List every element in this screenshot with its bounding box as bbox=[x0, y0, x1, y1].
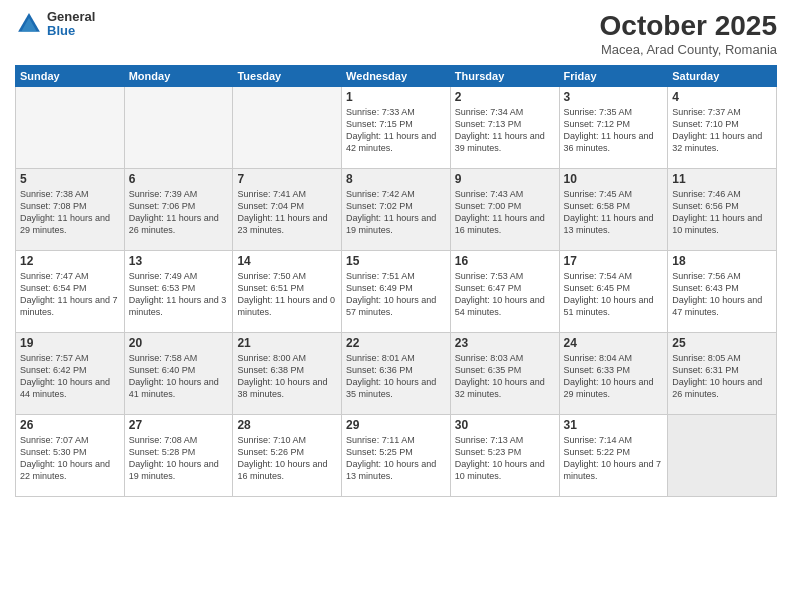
calendar-cell: 20Sunrise: 7:58 AM Sunset: 6:40 PM Dayli… bbox=[124, 333, 233, 415]
week-row-3: 19Sunrise: 7:57 AM Sunset: 6:42 PM Dayli… bbox=[16, 333, 777, 415]
calendar-cell: 29Sunrise: 7:11 AM Sunset: 5:25 PM Dayli… bbox=[342, 415, 451, 497]
calendar-cell: 10Sunrise: 7:45 AM Sunset: 6:58 PM Dayli… bbox=[559, 169, 668, 251]
calendar-cell: 15Sunrise: 7:51 AM Sunset: 6:49 PM Dayli… bbox=[342, 251, 451, 333]
day-info: Sunrise: 7:51 AM Sunset: 6:49 PM Dayligh… bbox=[346, 270, 446, 319]
day-number: 24 bbox=[564, 336, 664, 350]
subtitle: Macea, Arad County, Romania bbox=[600, 42, 777, 57]
week-row-4: 26Sunrise: 7:07 AM Sunset: 5:30 PM Dayli… bbox=[16, 415, 777, 497]
calendar-cell: 13Sunrise: 7:49 AM Sunset: 6:53 PM Dayli… bbox=[124, 251, 233, 333]
day-info: Sunrise: 7:10 AM Sunset: 5:26 PM Dayligh… bbox=[237, 434, 337, 483]
calendar-cell: 1Sunrise: 7:33 AM Sunset: 7:15 PM Daylig… bbox=[342, 87, 451, 169]
day-info: Sunrise: 7:07 AM Sunset: 5:30 PM Dayligh… bbox=[20, 434, 120, 483]
calendar-cell bbox=[233, 87, 342, 169]
day-info: Sunrise: 7:08 AM Sunset: 5:28 PM Dayligh… bbox=[129, 434, 229, 483]
day-info: Sunrise: 7:41 AM Sunset: 7:04 PM Dayligh… bbox=[237, 188, 337, 237]
title-block: October 2025 Macea, Arad County, Romania bbox=[600, 10, 777, 57]
day-info: Sunrise: 7:45 AM Sunset: 6:58 PM Dayligh… bbox=[564, 188, 664, 237]
weekday-header-row: SundayMondayTuesdayWednesdayThursdayFrid… bbox=[16, 66, 777, 87]
calendar-cell: 14Sunrise: 7:50 AM Sunset: 6:51 PM Dayli… bbox=[233, 251, 342, 333]
day-info: Sunrise: 7:37 AM Sunset: 7:10 PM Dayligh… bbox=[672, 106, 772, 155]
day-info: Sunrise: 8:03 AM Sunset: 6:35 PM Dayligh… bbox=[455, 352, 555, 401]
day-number: 10 bbox=[564, 172, 664, 186]
weekday-header-thursday: Thursday bbox=[450, 66, 559, 87]
weekday-header-wednesday: Wednesday bbox=[342, 66, 451, 87]
day-number: 27 bbox=[129, 418, 229, 432]
calendar-cell: 17Sunrise: 7:54 AM Sunset: 6:45 PM Dayli… bbox=[559, 251, 668, 333]
day-info: Sunrise: 7:42 AM Sunset: 7:02 PM Dayligh… bbox=[346, 188, 446, 237]
day-number: 17 bbox=[564, 254, 664, 268]
day-number: 12 bbox=[20, 254, 120, 268]
day-number: 3 bbox=[564, 90, 664, 104]
day-info: Sunrise: 7:50 AM Sunset: 6:51 PM Dayligh… bbox=[237, 270, 337, 319]
calendar-cell: 11Sunrise: 7:46 AM Sunset: 6:56 PM Dayli… bbox=[668, 169, 777, 251]
day-info: Sunrise: 7:33 AM Sunset: 7:15 PM Dayligh… bbox=[346, 106, 446, 155]
day-number: 2 bbox=[455, 90, 555, 104]
day-info: Sunrise: 7:39 AM Sunset: 7:06 PM Dayligh… bbox=[129, 188, 229, 237]
day-number: 18 bbox=[672, 254, 772, 268]
day-number: 16 bbox=[455, 254, 555, 268]
calendar-cell: 4Sunrise: 7:37 AM Sunset: 7:10 PM Daylig… bbox=[668, 87, 777, 169]
day-number: 5 bbox=[20, 172, 120, 186]
calendar-cell: 27Sunrise: 7:08 AM Sunset: 5:28 PM Dayli… bbox=[124, 415, 233, 497]
calendar-cell: 26Sunrise: 7:07 AM Sunset: 5:30 PM Dayli… bbox=[16, 415, 125, 497]
calendar-cell: 6Sunrise: 7:39 AM Sunset: 7:06 PM Daylig… bbox=[124, 169, 233, 251]
calendar-cell: 28Sunrise: 7:10 AM Sunset: 5:26 PM Dayli… bbox=[233, 415, 342, 497]
calendar-cell: 24Sunrise: 8:04 AM Sunset: 6:33 PM Dayli… bbox=[559, 333, 668, 415]
calendar-cell: 25Sunrise: 8:05 AM Sunset: 6:31 PM Dayli… bbox=[668, 333, 777, 415]
day-number: 4 bbox=[672, 90, 772, 104]
day-number: 29 bbox=[346, 418, 446, 432]
calendar-cell: 5Sunrise: 7:38 AM Sunset: 7:08 PM Daylig… bbox=[16, 169, 125, 251]
day-info: Sunrise: 7:57 AM Sunset: 6:42 PM Dayligh… bbox=[20, 352, 120, 401]
month-title: October 2025 bbox=[600, 10, 777, 42]
calendar-cell: 2Sunrise: 7:34 AM Sunset: 7:13 PM Daylig… bbox=[450, 87, 559, 169]
calendar-cell: 3Sunrise: 7:35 AM Sunset: 7:12 PM Daylig… bbox=[559, 87, 668, 169]
day-info: Sunrise: 7:34 AM Sunset: 7:13 PM Dayligh… bbox=[455, 106, 555, 155]
day-info: Sunrise: 7:54 AM Sunset: 6:45 PM Dayligh… bbox=[564, 270, 664, 319]
calendar-cell: 19Sunrise: 7:57 AM Sunset: 6:42 PM Dayli… bbox=[16, 333, 125, 415]
calendar-cell: 18Sunrise: 7:56 AM Sunset: 6:43 PM Dayli… bbox=[668, 251, 777, 333]
day-number: 19 bbox=[20, 336, 120, 350]
day-info: Sunrise: 7:47 AM Sunset: 6:54 PM Dayligh… bbox=[20, 270, 120, 319]
day-number: 28 bbox=[237, 418, 337, 432]
day-number: 14 bbox=[237, 254, 337, 268]
day-number: 31 bbox=[564, 418, 664, 432]
day-info: Sunrise: 8:04 AM Sunset: 6:33 PM Dayligh… bbox=[564, 352, 664, 401]
header: General Blue October 2025 Macea, Arad Co… bbox=[15, 10, 777, 57]
day-number: 13 bbox=[129, 254, 229, 268]
calendar-cell bbox=[16, 87, 125, 169]
day-info: Sunrise: 7:58 AM Sunset: 6:40 PM Dayligh… bbox=[129, 352, 229, 401]
day-info: Sunrise: 7:49 AM Sunset: 6:53 PM Dayligh… bbox=[129, 270, 229, 319]
day-number: 9 bbox=[455, 172, 555, 186]
day-info: Sunrise: 7:38 AM Sunset: 7:08 PM Dayligh… bbox=[20, 188, 120, 237]
day-number: 25 bbox=[672, 336, 772, 350]
calendar-cell: 12Sunrise: 7:47 AM Sunset: 6:54 PM Dayli… bbox=[16, 251, 125, 333]
weekday-header-sunday: Sunday bbox=[16, 66, 125, 87]
day-info: Sunrise: 7:11 AM Sunset: 5:25 PM Dayligh… bbox=[346, 434, 446, 483]
calendar-cell: 30Sunrise: 7:13 AM Sunset: 5:23 PM Dayli… bbox=[450, 415, 559, 497]
logo-icon bbox=[15, 10, 43, 38]
calendar-cell: 9Sunrise: 7:43 AM Sunset: 7:00 PM Daylig… bbox=[450, 169, 559, 251]
day-info: Sunrise: 7:53 AM Sunset: 6:47 PM Dayligh… bbox=[455, 270, 555, 319]
day-info: Sunrise: 7:35 AM Sunset: 7:12 PM Dayligh… bbox=[564, 106, 664, 155]
calendar: SundayMondayTuesdayWednesdayThursdayFrid… bbox=[15, 65, 777, 497]
week-row-2: 12Sunrise: 7:47 AM Sunset: 6:54 PM Dayli… bbox=[16, 251, 777, 333]
day-number: 26 bbox=[20, 418, 120, 432]
weekday-header-monday: Monday bbox=[124, 66, 233, 87]
week-row-1: 5Sunrise: 7:38 AM Sunset: 7:08 PM Daylig… bbox=[16, 169, 777, 251]
calendar-cell: 16Sunrise: 7:53 AM Sunset: 6:47 PM Dayli… bbox=[450, 251, 559, 333]
week-row-0: 1Sunrise: 7:33 AM Sunset: 7:15 PM Daylig… bbox=[16, 87, 777, 169]
calendar-cell: 21Sunrise: 8:00 AM Sunset: 6:38 PM Dayli… bbox=[233, 333, 342, 415]
day-number: 7 bbox=[237, 172, 337, 186]
logo-general-text: General bbox=[47, 10, 95, 24]
day-number: 30 bbox=[455, 418, 555, 432]
weekday-header-tuesday: Tuesday bbox=[233, 66, 342, 87]
day-info: Sunrise: 8:01 AM Sunset: 6:36 PM Dayligh… bbox=[346, 352, 446, 401]
day-number: 6 bbox=[129, 172, 229, 186]
calendar-cell bbox=[124, 87, 233, 169]
day-number: 8 bbox=[346, 172, 446, 186]
calendar-cell: 8Sunrise: 7:42 AM Sunset: 7:02 PM Daylig… bbox=[342, 169, 451, 251]
day-number: 11 bbox=[672, 172, 772, 186]
day-info: Sunrise: 7:56 AM Sunset: 6:43 PM Dayligh… bbox=[672, 270, 772, 319]
day-info: Sunrise: 7:43 AM Sunset: 7:00 PM Dayligh… bbox=[455, 188, 555, 237]
calendar-cell: 23Sunrise: 8:03 AM Sunset: 6:35 PM Dayli… bbox=[450, 333, 559, 415]
